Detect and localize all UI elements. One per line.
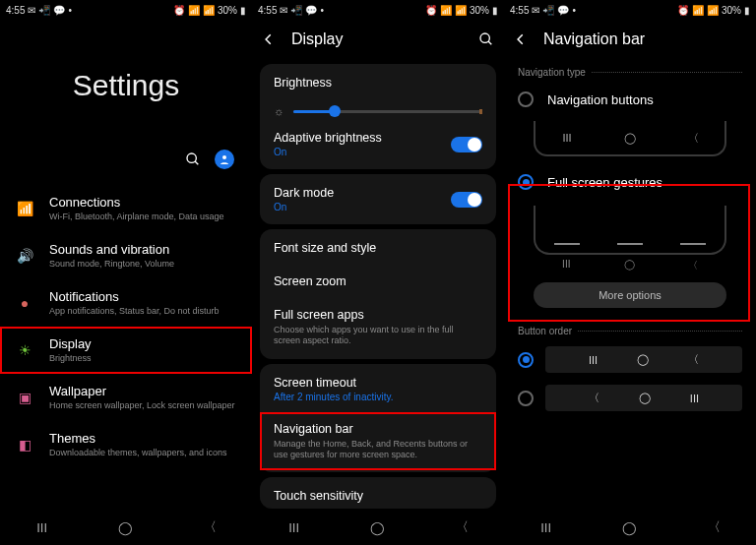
settings-item-sub: Wi-Fi, Bluetooth, Airplane mode, Data us…: [49, 212, 238, 222]
dark-mode-row[interactable]: Dark modeOn: [260, 176, 496, 222]
battery-icon: ▮: [744, 5, 750, 16]
row-sub: Choose which apps you want to use in the…: [274, 325, 482, 347]
timeout-card: Screen timeoutAfter 2 minutes of inactiv…: [260, 364, 496, 473]
recents-glyph: III: [562, 259, 570, 272]
home-button[interactable]: ◯: [106, 520, 146, 535]
svg-point-0: [187, 153, 196, 162]
system-navbar: III ◯ 〈: [504, 510, 756, 545]
clock: 4:55: [510, 5, 529, 16]
radio-icon[interactable]: [518, 174, 534, 190]
navigation-bar-screen: 4:55 ✉ 📲 💬 • ⏰ 📶 📶 30% ▮ Navigation bar …: [504, 0, 756, 545]
status-icon: 💬: [305, 5, 317, 16]
row-label: Full screen apps: [274, 308, 482, 322]
home-glyph: ◯: [624, 259, 635, 272]
battery-pct: 30%: [722, 5, 741, 16]
settings-item-display[interactable]: ☀ DisplayBrightness: [0, 327, 252, 374]
button-order-option-2[interactable]: 〈 ◯ III: [504, 379, 756, 417]
status-icon: •: [572, 5, 576, 16]
radio-icon[interactable]: [518, 391, 534, 406]
option-label: Full screen gestures: [547, 175, 662, 190]
system-navbar: III ◯ 〈: [0, 510, 252, 545]
brightness-label: Brightness: [274, 76, 482, 90]
signal-icon: 📶: [455, 5, 467, 16]
svg-point-3: [480, 33, 489, 42]
home-button[interactable]: ◯: [358, 520, 398, 535]
status-icon: ✉: [280, 5, 287, 16]
settings-item-label: Sounds and vibration: [49, 242, 238, 257]
wifi-icon: 📶: [440, 5, 452, 16]
toggle-switch[interactable]: [451, 192, 482, 208]
adaptive-brightness-row[interactable]: Adaptive brightnessOn: [260, 121, 496, 167]
back-icon[interactable]: [262, 32, 280, 46]
appbar-title: Navigation bar: [543, 30, 746, 48]
back-icon[interactable]: [514, 32, 532, 46]
wallpaper-icon: ▣: [14, 390, 35, 405]
alarm-icon: ⏰: [173, 5, 185, 16]
button-order-option-1[interactable]: III ◯ 〈: [504, 340, 756, 379]
recents-glyph: III: [562, 132, 572, 144]
settings-item-themes[interactable]: ◧ ThemesDownloadable themes, wallpapers,…: [0, 421, 252, 468]
profile-avatar[interactable]: [215, 150, 234, 169]
back-button[interactable]: 〈: [190, 518, 229, 536]
search-icon[interactable]: [476, 31, 494, 47]
option-navigation-buttons[interactable]: Navigation buttons: [504, 82, 756, 117]
gesture-preview: III ◯ 〈: [534, 206, 726, 255]
settings-item-sub: App notifications, Status bar, Do not di…: [49, 306, 238, 317]
screen-zoom-row[interactable]: Screen zoom: [260, 265, 496, 298]
more-options-button[interactable]: More options: [534, 282, 726, 308]
recents-glyph: III: [690, 393, 699, 404]
fullscreen-apps-row[interactable]: Full screen appsChoose which apps you wa…: [260, 298, 496, 357]
settings-item-notifications[interactable]: ● NotificationsApp notifications, Status…: [0, 279, 252, 327]
battery-pct: 30%: [218, 5, 237, 16]
back-button[interactable]: 〈: [442, 518, 481, 536]
navigation-bar-row[interactable]: Navigation barManage the Home, Back, and…: [260, 412, 496, 471]
radio-icon[interactable]: [518, 91, 534, 107]
settings-item-label: Themes: [49, 431, 238, 446]
app-bar: Navigation bar: [504, 20, 756, 59]
row-label: Screen timeout: [274, 376, 482, 390]
settings-item-sub: Downloadable themes, wallpapers, and ico…: [49, 448, 238, 458]
clock: 4:55: [258, 5, 277, 16]
settings-item-sounds[interactable]: 🔊 Sounds and vibrationSound mode, Ringto…: [0, 232, 252, 279]
row-label: Adaptive brightness: [274, 131, 382, 145]
search-icon[interactable]: [185, 151, 201, 167]
row-label: Dark mode: [274, 186, 334, 200]
touch-sensitivity-row[interactable]: Touch sensitivity: [260, 479, 496, 507]
radio-icon[interactable]: [518, 352, 534, 368]
recents-button[interactable]: III: [275, 520, 314, 535]
back-glyph: 〈: [688, 131, 698, 146]
row-sub: Manage the Home, Back, and Recents butto…: [274, 439, 482, 461]
settings-item-wallpaper[interactable]: ▣ WallpaperHome screen wallpaper, Lock s…: [0, 374, 252, 421]
back-button[interactable]: 〈: [694, 518, 733, 536]
status-bar: 4:55 ✉ 📲 💬 • ⏰ 📶 📶 30% ▮: [504, 0, 756, 20]
toggle-switch[interactable]: [451, 137, 482, 152]
settings-item-sub: Sound mode, Ringtone, Volume: [49, 259, 238, 270]
status-icon: 📲: [542, 5, 554, 16]
screen-timeout-row[interactable]: Screen timeoutAfter 2 minutes of inactiv…: [260, 366, 496, 412]
option-fullscreen-gestures[interactable]: Full screen gestures: [504, 164, 756, 200]
battery-icon: ▮: [240, 5, 246, 16]
svg-line-1: [195, 161, 198, 164]
recents-glyph: III: [589, 354, 598, 366]
brightness-slider[interactable]: ☼: [260, 99, 496, 121]
recents-button[interactable]: III: [527, 520, 566, 535]
battery-pct: 30%: [470, 5, 489, 16]
back-glyph: 〈: [688, 259, 698, 272]
home-button[interactable]: ◯: [610, 520, 650, 535]
status-icon: 💬: [53, 5, 65, 16]
appbar-title: Display: [291, 30, 465, 48]
settings-item-connections[interactable]: 📶 ConnectionsWi-Fi, Bluetooth, Airplane …: [0, 185, 252, 232]
battery-icon: ▮: [492, 5, 498, 16]
home-glyph: ◯: [625, 132, 635, 145]
alarm-icon: ⏰: [425, 5, 437, 16]
status-icon: 📲: [290, 5, 302, 16]
recents-button[interactable]: III: [23, 520, 62, 535]
status-icon: ✉: [28, 5, 35, 16]
app-bar: Display: [252, 20, 504, 59]
font-card: Font size and style Screen zoom Full scr…: [260, 229, 496, 359]
font-size-row[interactable]: Font size and style: [260, 231, 496, 265]
signal-icon: 📶: [203, 5, 215, 16]
navbuttons-preview: III ◯ 〈: [534, 121, 726, 156]
row-label: Font size and style: [274, 241, 482, 255]
status-icon: 📲: [38, 5, 50, 16]
